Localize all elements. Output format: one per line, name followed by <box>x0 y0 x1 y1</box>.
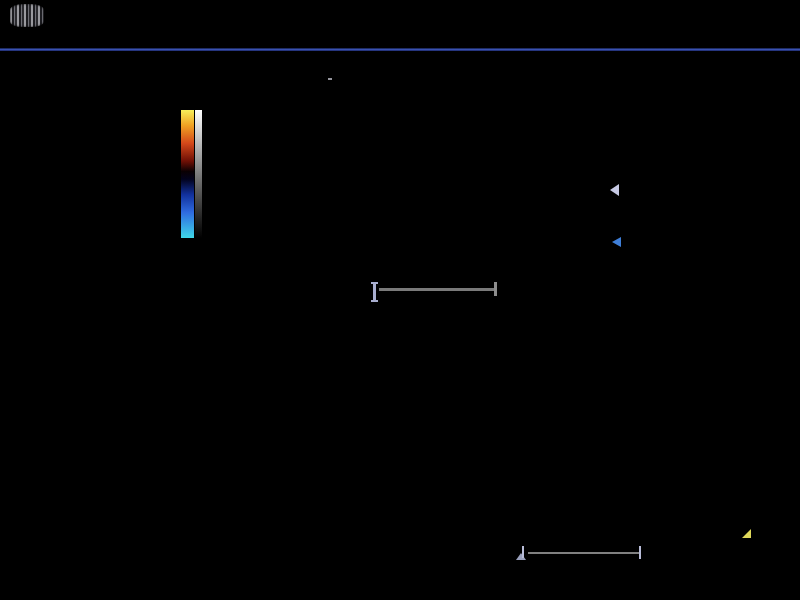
bmode-ultrasound-image <box>363 57 598 297</box>
grayscale-bar-icon <box>195 110 202 238</box>
pw-spectral-waveform <box>160 300 756 546</box>
frame-scrollbar-end <box>494 282 497 296</box>
focus-marker-icon <box>610 184 619 196</box>
probe-orientation-mark-icon <box>371 282 378 302</box>
sweep-scrollbar-marker-bar <box>522 546 524 558</box>
frame-scrollbar-line <box>379 288 495 291</box>
orientation-marker <box>328 78 332 80</box>
mindray-logo <box>8 3 52 37</box>
sweep-scrollbar-marker-icon <box>516 553 526 560</box>
sweep-position-marker-icon <box>742 529 751 538</box>
mindray-logo-icon <box>10 4 44 27</box>
color-roi-depth-marker-icon <box>612 237 621 247</box>
sweep-scrollbar-line <box>528 552 639 554</box>
header-divider <box>0 48 800 51</box>
sweep-scrollbar-end <box>639 546 641 559</box>
color-doppler-bar-icon <box>181 110 194 238</box>
ultrasound-screen <box>0 0 800 600</box>
